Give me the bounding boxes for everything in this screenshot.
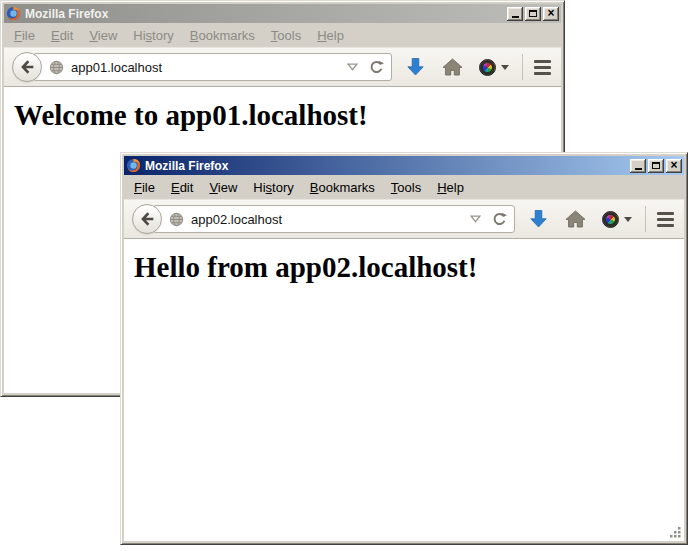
menu-view[interactable]: View (201, 177, 245, 198)
hamburger-menu-button[interactable] (534, 60, 551, 75)
download-arrow-icon (406, 57, 425, 77)
maximize-icon (529, 10, 537, 17)
chevron-down-icon (624, 217, 632, 222)
window-title: Mozilla Firefox (25, 7, 503, 21)
menu-tools[interactable]: Tools (383, 177, 429, 198)
home-icon (565, 210, 586, 228)
menu-help[interactable]: Help (309, 25, 352, 46)
urlbar-dropdown-icon[interactable] (347, 63, 358, 71)
menu-edit[interactable]: Edit (43, 25, 81, 46)
maximize-button[interactable] (648, 159, 664, 173)
minimize-icon (512, 16, 519, 18)
firefox-logo-icon (126, 158, 141, 173)
toolbar-separator (522, 54, 523, 80)
reload-icon[interactable] (369, 60, 384, 75)
menu-bookmarks[interactable]: Bookmarks (302, 177, 383, 198)
urlbar-dropdown-icon[interactable] (470, 215, 481, 223)
back-arrow-icon (139, 211, 155, 227)
home-icon (442, 58, 463, 76)
menu-tools[interactable]: Tools (263, 25, 309, 46)
home-button[interactable] (442, 58, 463, 76)
chevron-down-icon (501, 65, 509, 70)
colorwheel-icon (602, 211, 619, 228)
menu-view[interactable]: View (81, 25, 125, 46)
back-button[interactable] (132, 204, 162, 234)
desktop: { "windows": [ { "title": "Mozilla Firef… (0, 0, 688, 551)
minimize-icon (635, 168, 642, 170)
close-icon: × (670, 159, 677, 171)
menu-edit[interactable]: Edit (163, 177, 201, 198)
navigation-toolbar: app02.localhost (124, 199, 684, 239)
hamburger-menu-button[interactable] (657, 212, 674, 227)
window-title: Mozilla Firefox (145, 159, 626, 173)
firefox-logo-icon (6, 6, 21, 21)
close-icon: × (547, 7, 554, 19)
url-text[interactable]: app02.localhost (191, 212, 470, 227)
colorwheel-icon (479, 59, 496, 76)
page-heading: Welcome to app01.localhost! (14, 99, 561, 132)
resize-grip[interactable] (668, 525, 682, 539)
globe-icon (49, 60, 64, 75)
download-button[interactable] (529, 209, 548, 229)
url-bar[interactable]: app01.localhost (33, 53, 392, 81)
menu-bar: File Edit View History Bookmarks Tools H… (4, 23, 561, 47)
menu-file[interactable]: File (6, 25, 43, 46)
addon-button[interactable] (602, 211, 632, 228)
titlebar[interactable]: Mozilla Firefox × (4, 4, 561, 23)
url-bar[interactable]: app02.localhost (153, 205, 515, 233)
firefox-window-app02: Mozilla Firefox × File Edit View History… (120, 152, 688, 545)
titlebar[interactable]: Mozilla Firefox × (124, 156, 684, 175)
globe-icon (169, 212, 184, 227)
menu-bookmarks[interactable]: Bookmarks (182, 25, 263, 46)
menu-file[interactable]: File (126, 177, 163, 198)
navigation-toolbar: app01.localhost (4, 47, 561, 87)
home-button[interactable] (565, 210, 586, 228)
back-button[interactable] (12, 52, 42, 82)
close-button[interactable]: × (543, 7, 559, 21)
reload-icon[interactable] (492, 212, 507, 227)
download-button[interactable] (406, 57, 425, 77)
menu-help[interactable]: Help (429, 177, 472, 198)
addon-button[interactable] (479, 59, 509, 76)
minimize-button[interactable] (507, 7, 523, 21)
back-arrow-icon (19, 59, 35, 75)
menu-history[interactable]: History (245, 177, 301, 198)
menu-history[interactable]: History (125, 25, 181, 46)
hamburger-icon (657, 212, 674, 227)
page-content: Hello from app02.localhost! (124, 239, 684, 541)
menu-bar: File Edit View History Bookmarks Tools H… (124, 175, 684, 199)
close-button[interactable]: × (666, 159, 682, 173)
hamburger-icon (534, 60, 551, 75)
page-heading: Hello from app02.localhost! (134, 251, 684, 284)
toolbar-separator (645, 206, 646, 232)
minimize-button[interactable] (630, 159, 646, 173)
download-arrow-icon (529, 209, 548, 229)
maximize-icon (652, 162, 660, 169)
maximize-button[interactable] (525, 7, 541, 21)
url-text[interactable]: app01.localhost (71, 60, 347, 75)
